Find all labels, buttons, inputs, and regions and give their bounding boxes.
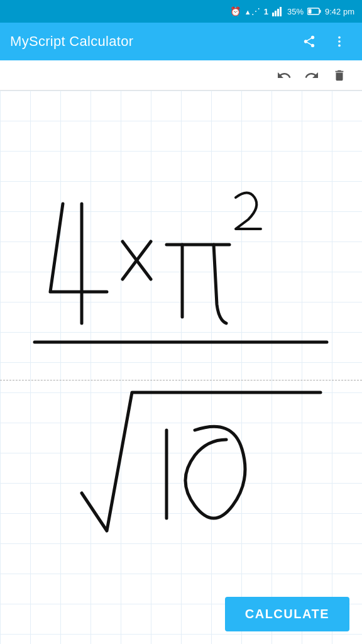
handwritten-expression[interactable]: [0, 91, 362, 644]
calculate-button[interactable]: CALCULATE: [225, 597, 349, 631]
svg-point-9: [338, 45, 341, 47]
svg-rect-2: [277, 9, 279, 16]
svg-rect-5: [320, 10, 321, 13]
share-icon: [302, 35, 316, 48]
battery-percent: 35%: [287, 7, 304, 16]
wifi-icon: ⋰: [244, 6, 260, 16]
battery-icon: [307, 8, 321, 15]
redo-icon: [304, 68, 319, 83]
clock-icon: [230, 6, 241, 17]
status-bar: ⋰ 1 35% 9:42 pm: [0, 0, 362, 23]
app-title: MyScript Calculator: [10, 33, 297, 50]
svg-rect-0: [272, 13, 274, 16]
share-button[interactable]: [297, 29, 322, 54]
app-bar-actions: [297, 29, 352, 54]
svg-point-7: [338, 36, 341, 39]
toolbar: [0, 60, 362, 91]
svg-point-8: [338, 40, 341, 43]
svg-rect-6: [309, 9, 312, 14]
undo-icon: [277, 68, 292, 83]
notification-icon: 1: [264, 7, 268, 16]
undo-button[interactable]: [272, 63, 297, 88]
status-icons: ⋰ 1 35% 9:42 pm: [230, 6, 354, 17]
trash-icon: [332, 69, 346, 82]
redo-button[interactable]: [299, 63, 324, 88]
app-bar: MyScript Calculator: [0, 23, 362, 60]
more-options-button[interactable]: [327, 29, 352, 54]
signal-icon: [272, 6, 283, 16]
time: 9:42 pm: [325, 7, 354, 16]
clear-button[interactable]: [327, 63, 352, 88]
svg-rect-1: [275, 11, 277, 16]
canvas-area[interactable]: CALCULATE: [0, 91, 362, 644]
more-icon: [332, 35, 346, 48]
svg-rect-3: [280, 7, 282, 16]
